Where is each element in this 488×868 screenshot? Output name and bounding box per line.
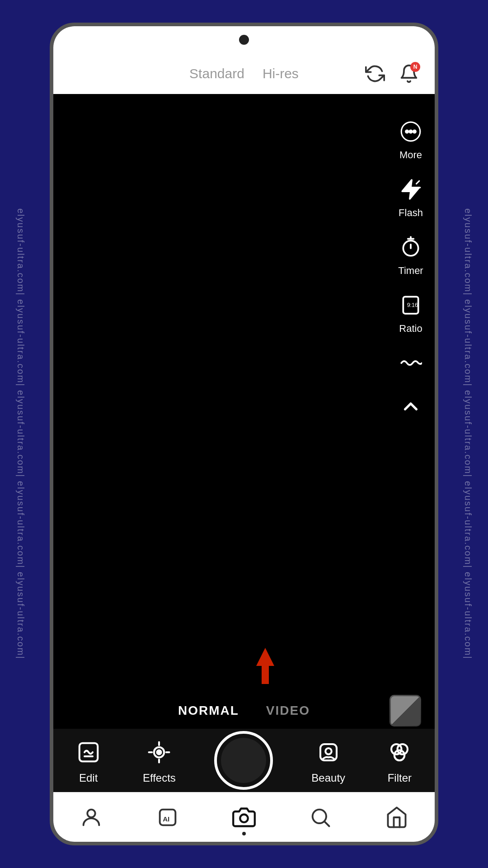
nav-search[interactable] (302, 799, 338, 835)
expand-control[interactable] (396, 392, 426, 421)
edit-icon (73, 736, 104, 768)
flash-icon (396, 175, 426, 204)
edit-tool[interactable]: Edit (73, 736, 104, 784)
ratio-control[interactable]: 9:16 Ratio (396, 290, 426, 335)
notification-button[interactable]: N (396, 61, 421, 86)
ai-effect-control[interactable] (396, 348, 426, 378)
phone-frame: Standard Hi-res N (50, 23, 438, 845)
camera-flip-button[interactable] (362, 61, 387, 86)
svg-text:9:16: 9:16 (407, 302, 418, 308)
edit-label: Edit (79, 772, 98, 784)
arrow-pointer (252, 648, 279, 686)
bottom-nav: AI (53, 792, 435, 842)
svg-point-1 (406, 131, 408, 133)
top-bar: Standard Hi-res N (53, 53, 435, 94)
bottom-tools: Edit Effects (53, 729, 435, 792)
mode-video[interactable]: VIDEO (266, 703, 310, 718)
timer-label: Timer (398, 265, 423, 277)
svg-point-17 (157, 750, 161, 755)
right-controls: More Flash (396, 117, 426, 421)
beauty-icon (313, 736, 344, 768)
ratio-icon: 9:16 (396, 290, 426, 320)
timer-icon (396, 232, 426, 262)
beauty-tool[interactable]: Beauty (311, 736, 345, 784)
beauty-label: Beauty (311, 772, 345, 784)
watermark-left: elyusuf-ultra.com| elyusuf-ultra.com| el… (0, 0, 41, 868)
svg-point-31 (312, 809, 326, 823)
shutter-inner (221, 738, 266, 783)
ratio-label: Ratio (399, 323, 422, 335)
camera-notch (239, 35, 249, 45)
gallery-thumbnail[interactable] (389, 695, 421, 726)
nav-profile[interactable] (73, 799, 109, 835)
svg-text:AI: AI (163, 815, 169, 822)
nav-home[interactable] (379, 799, 415, 835)
nav-camera[interactable] (226, 799, 262, 835)
flash-control[interactable]: Flash (396, 175, 426, 219)
mode-normal[interactable]: NORMAL (178, 703, 239, 718)
svg-point-30 (240, 814, 248, 822)
watermark-right: elyusuf-ultra.com| elyusuf-ultra.com| el… (447, 0, 488, 868)
svg-point-3 (413, 131, 416, 133)
effects-icon (143, 736, 175, 768)
more-icon (396, 117, 426, 146)
filter-icon (384, 736, 415, 768)
flash-label: Flash (399, 207, 423, 219)
svg-point-25 (398, 744, 408, 755)
svg-point-26 (394, 750, 405, 761)
effects-label: Effects (143, 772, 176, 784)
svg-line-5 (417, 181, 419, 184)
svg-point-27 (88, 809, 95, 817)
svg-point-23 (325, 748, 332, 755)
mode-selector-bar: NORMAL VIDEO (53, 693, 435, 729)
notification-badge: N (410, 62, 420, 72)
filter-tool[interactable]: Filter (384, 736, 415, 784)
svg-line-32 (325, 822, 329, 826)
filter-label: Filter (388, 772, 412, 784)
status-bar (53, 26, 435, 53)
more-label: More (399, 149, 422, 161)
camera-viewfinder: More Flash (53, 94, 435, 729)
red-arrow-icon (252, 648, 279, 684)
nav-ai[interactable]: AI (150, 799, 186, 835)
top-bar-icons: N (362, 61, 421, 86)
svg-marker-13 (256, 648, 274, 684)
shutter-button[interactable] (214, 731, 273, 790)
mode-hires[interactable]: Hi-res (263, 66, 299, 81)
svg-point-2 (410, 131, 412, 133)
mode-standard[interactable]: Standard (189, 66, 244, 81)
effects-tool[interactable]: Effects (143, 736, 176, 784)
more-control[interactable]: More (396, 117, 426, 161)
timer-control[interactable]: Timer (396, 232, 426, 277)
